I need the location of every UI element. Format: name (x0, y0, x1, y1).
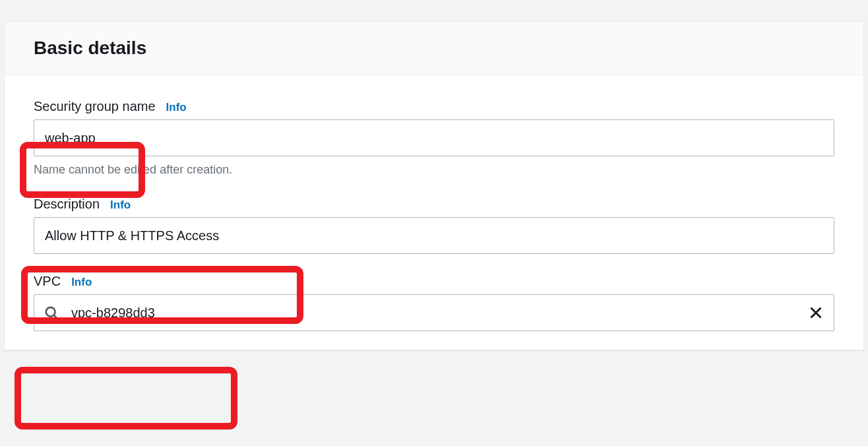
close-icon[interactable] (808, 305, 824, 321)
field-label-row: Description Info (34, 197, 834, 212)
vpc-field: VPC Info (34, 274, 834, 331)
vpc-input-wrapper (34, 294, 834, 331)
vpc-info-link[interactable]: Info (71, 276, 92, 289)
security-group-name-helper: Name cannot be edited after creation. (34, 163, 834, 177)
description-label: Description (34, 197, 100, 212)
vpc-input[interactable] (34, 294, 834, 331)
security-group-name-field: Security group name Info Name cannot be … (34, 99, 834, 177)
annotation-highlight (15, 367, 237, 430)
description-field: Description Info (34, 197, 834, 254)
panel-header: Basic details (5, 22, 863, 75)
security-group-name-info-link[interactable]: Info (166, 101, 187, 114)
description-input[interactable] (34, 217, 834, 254)
panel-body: Security group name Info Name cannot be … (5, 75, 863, 350)
security-group-name-label: Security group name (34, 99, 156, 114)
vpc-label: VPC (34, 274, 61, 289)
field-label-row: VPC Info (34, 274, 834, 289)
basic-details-panel: Basic details Security group name Info N… (4, 21, 864, 350)
description-info-link[interactable]: Info (110, 199, 131, 212)
field-label-row: Security group name Info (34, 99, 834, 114)
security-group-name-input[interactable] (34, 119, 834, 156)
panel-title: Basic details (34, 38, 834, 59)
